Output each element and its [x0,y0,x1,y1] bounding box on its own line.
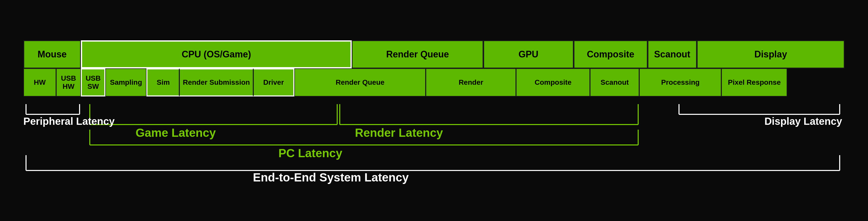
cat-render-queue: Render Queue [352,40,483,68]
sub-render: Render [426,68,516,96]
display-latency-label: Display Latency [765,116,842,127]
cat-scanout: Scanout [648,40,697,68]
sub-render-queue: Render Queue [294,68,426,96]
sub-sim-label: Sim [157,78,169,87]
sub-sim: Sim [147,68,179,96]
latency-section: Peripheral Latency Game Latency Render L… [24,99,845,181]
cat-composite: Composite [574,40,648,68]
sub-usb-sw-label: USB SW [83,74,103,91]
sub-render-label: Render [459,78,483,87]
game-latency-label: Game Latency [136,126,216,139]
end-to-end-latency-label: End-to-End System Latency [253,170,409,184]
sub-processing-label: Processing [661,78,700,87]
sub-scanout: Scanout [590,68,639,96]
sub-sampling-label: Sampling [110,78,142,87]
sub-usb-sw: USB SW [81,68,105,96]
sub-render-submission: Render Submission [179,68,253,96]
sub-hw-label: HW [34,78,46,87]
cat-gpu: GPU [483,40,574,68]
sub-pixel-response: Pixel Response [721,68,787,96]
diagram: Mouse CPU (OS/Game) Render Queue GPU Com… [13,33,855,188]
sub-render-sub-label: Render Submission [183,78,250,87]
cat-display-label: Display [754,49,787,60]
sub-sampling: Sampling [105,68,147,96]
sub-hw: HW [24,68,56,96]
sub-driver-label: Driver [263,78,284,87]
pc-latency-label: PC Latency [279,146,343,160]
cat-rq-label: Render Queue [386,49,449,60]
sub-processing: Processing [639,68,721,96]
sub-rq-label: Render Queue [336,78,384,87]
render-latency-label: Render Latency [355,126,443,139]
cat-cpu: CPU (OS/Game) [81,40,352,68]
cat-display: Display [697,40,845,68]
category-row: Mouse CPU (OS/Game) Render Queue GPU Com… [24,40,845,68]
sub-scanout-label: Scanout [601,78,629,87]
cat-scanout-label: Scanout [654,49,690,60]
sub-usb-hw-label: USB HW [58,74,79,91]
sub-composite-label: Composite [535,78,571,87]
cat-mouse-label: Mouse [37,49,67,60]
sub-usb-hw: USB HW [56,68,81,96]
sub-driver: Driver [253,68,294,96]
peripheral-latency-label: Peripheral Latency [24,116,115,127]
sub-composite: Composite [516,68,590,96]
cat-gpu-label: GPU [519,49,538,60]
sub-component-row: HW USB HW USB SW Sampling Sim Render Sub… [24,68,845,96]
brackets-svg [24,99,845,181]
cat-cpu-label: CPU (OS/Game) [182,49,251,60]
cat-composite-label: Composite [587,49,634,60]
sub-pixel-response-label: Pixel Response [728,78,781,87]
cat-mouse: Mouse [24,40,81,68]
